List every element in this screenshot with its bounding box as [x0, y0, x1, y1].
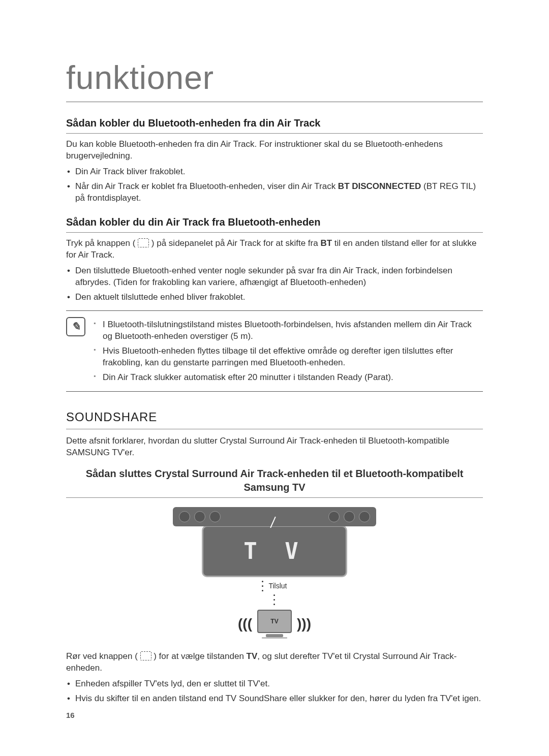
note-icon: ✎: [66, 317, 85, 336]
connect-label: Tilslut: [268, 581, 287, 591]
soundbar-button-icon: [344, 511, 355, 522]
tv-row: ((( TV ))): [238, 610, 311, 639]
page-number: 16: [66, 710, 75, 720]
wireless-waves-right-icon: ))): [297, 614, 311, 634]
section1-list: Din Air Track bliver frakoblet. Når din …: [66, 166, 483, 204]
heading-connect-to-samsung-tv: Sådan sluttes Crystal Surround Air Track…: [66, 467, 483, 498]
heading-disconnect-airtrack-from-device: Sådan kobler du din Air Track fra Blueto…: [66, 215, 483, 233]
soundshare-intro: Dette afsnit forklarer, hvordan du slutt…: [66, 435, 483, 459]
section3-bullet-1: Enheden afspiller TV'ets lyd, den er slu…: [66, 678, 483, 690]
heading-soundshare: SOUNDSHARE: [66, 409, 483, 429]
function-button-icon: [138, 238, 149, 247]
soundbar-illustration: [173, 507, 376, 526]
note-list: I Bluetooth-tilslutningstilstand mistes …: [94, 316, 483, 387]
note-item-1: I Bluetooth-tilslutningstilstand mistes …: [94, 319, 483, 342]
wireless-waves-left-icon: (((: [238, 614, 252, 634]
heading-disconnect-device-from-airtrack: Sådan kobler du Bluetooth-enheden fra di…: [66, 116, 483, 134]
display-panel-illustration: T V: [202, 525, 347, 577]
section1-bullet-1: Din Air Track bliver frakoblet.: [66, 166, 483, 178]
s2-intro-bold: BT: [320, 238, 332, 248]
section2-bullet-2: Den aktuelt tilsluttede enhed bliver fra…: [66, 292, 483, 303]
soundbar-button-icon: [179, 511, 190, 522]
section2-bullet-1: Den tilsluttede Bluetooth-enhed venter n…: [66, 265, 483, 289]
tv-illustration: TV: [257, 610, 292, 633]
section2-intro: Tryk på knappen ( ) på sidepanelet på Ai…: [66, 238, 483, 261]
s3-intro-mid: ) for at vælge tilstanden: [151, 651, 247, 661]
section2-list: Den tilsluttede Bluetooth-enhed venter n…: [66, 265, 483, 303]
soundbar-left-buttons: [178, 511, 222, 522]
connector-line-icon: [270, 516, 276, 528]
s3-intro-bold: TV: [247, 651, 258, 661]
tv-screen-label: TV: [270, 617, 278, 625]
s3-intro-pre: Rør ved knappen (: [66, 651, 140, 661]
section1-b2-pre: Når din Air Track er koblet fra Bluetoot…: [75, 181, 338, 191]
s2-intro-mid: ) på sidepanelet på Air Track for at ski…: [149, 238, 320, 248]
soundbar-button-icon: [359, 511, 370, 522]
soundbar-button-icon: [194, 511, 205, 522]
section1-b2-bold: BT DISCONNECTED: [338, 181, 421, 191]
tv-stand-icon: [266, 634, 283, 637]
connection-diagram: T V Tilslut ((( TV ))): [66, 507, 483, 639]
function-button-icon: [140, 651, 151, 660]
section3-list: Enheden afspiller TV'ets lyd, den er slu…: [66, 678, 483, 705]
connection-dots: Tilslut: [262, 579, 287, 607]
note-item-2: Hvis Bluetooth-enheden flyttes tilbage t…: [94, 345, 483, 369]
section3-intro: Rør ved knappen ( ) for at vælge tilstan…: [66, 651, 483, 674]
s2-intro-pre: Tryk på knappen (: [66, 238, 138, 248]
display-text: T V: [243, 536, 305, 566]
section1-intro: Du kan koble Bluetooth-enheden fra din A…: [66, 139, 483, 162]
soundbar-right-buttons: [327, 511, 371, 522]
soundbar-button-icon: [209, 511, 221, 522]
section1-bullet-2: Når din Air Track er koblet fra Bluetoot…: [66, 181, 483, 204]
note-item-3: Din Air Track slukker automatisk efter 2…: [94, 372, 483, 384]
soundbar-button-icon: [328, 511, 340, 522]
page-title: funktioner: [66, 56, 483, 102]
tv-base-icon: [262, 637, 287, 639]
section3-bullet-2: Hvis du skifter til en anden tilstand en…: [66, 693, 483, 705]
note-box: ✎ I Bluetooth-tilslutningstilstand miste…: [66, 310, 483, 392]
